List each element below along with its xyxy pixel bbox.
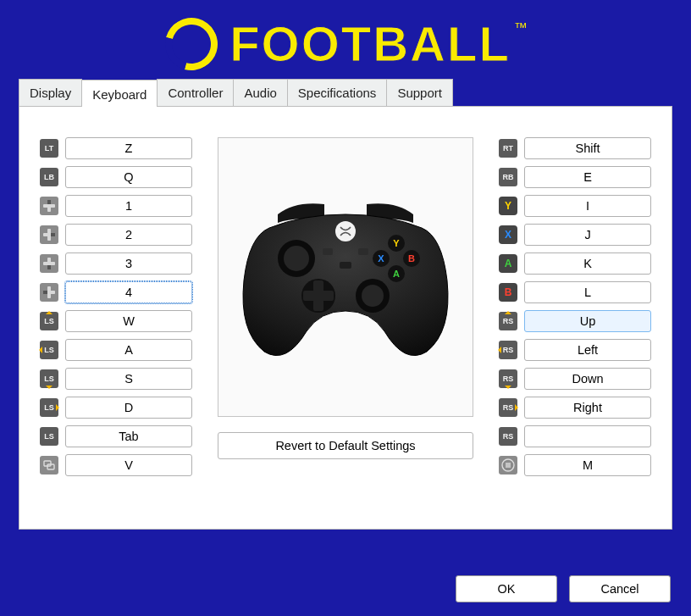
left-binding-row: 2: [40, 224, 192, 246]
key-binding-field[interactable]: Down: [524, 368, 651, 390]
right-binding-row: RSRight: [499, 397, 651, 419]
key-binding-field[interactable]: 3: [65, 253, 192, 275]
ls-up-icon: LS: [40, 312, 58, 330]
key-binding-field[interactable]: A: [65, 339, 192, 361]
dpad-left-icon: [40, 283, 58, 302]
key-binding-field[interactable]: L: [524, 281, 651, 303]
key-binding-field[interactable]: Shift: [524, 137, 651, 159]
key-binding-field[interactable]: 4: [65, 281, 192, 303]
rs-right-icon: RS: [499, 398, 517, 417]
left-binding-row: 3: [40, 253, 192, 275]
dpad-down-icon: [40, 254, 58, 273]
left-binding-row: 4: [40, 281, 192, 303]
right-bindings-column: RTShiftRBEYIXJAKBLRSUpRSLeftRSDownRSRigh…: [499, 137, 651, 513]
center-column: Y X B A Revert to Default Settings: [192, 137, 499, 513]
key-binding-field[interactable]: J: [524, 224, 651, 246]
key-binding-field[interactable]: M: [524, 454, 651, 476]
right-binding-row: AK: [499, 253, 651, 275]
svg-rect-16: [358, 248, 368, 255]
left-binding-row: V: [40, 454, 192, 476]
x-icon: X: [499, 225, 517, 244]
left-binding-row: LTZ: [40, 137, 192, 159]
tab-keyboard[interactable]: Keyboard: [81, 80, 158, 107]
dpad-right-icon: [40, 225, 58, 244]
left-bindings-column: LTZLBQ1234LSWLSALSSLSDLSTabV: [40, 137, 192, 513]
dialog-buttons: OK Cancel: [456, 575, 671, 602]
tab-specifications[interactable]: Specifications: [287, 79, 388, 106]
rb-icon: RB: [499, 168, 517, 186]
left-binding-row: LSW: [40, 310, 192, 332]
right-binding-row: RTShift: [499, 137, 651, 159]
key-binding-field[interactable]: [524, 425, 651, 447]
key-binding-field[interactable]: Right: [524, 397, 651, 419]
menu-icon: [499, 456, 517, 474]
ok-button[interactable]: OK: [456, 575, 557, 602]
key-binding-field[interactable]: Z: [65, 137, 192, 159]
ls-down-icon: LS: [40, 369, 58, 388]
svg-rect-8: [47, 265, 51, 269]
key-binding-field[interactable]: Q: [65, 166, 192, 188]
right-binding-row: RBE: [499, 166, 651, 188]
rs-down-icon: RS: [499, 369, 517, 388]
ls-left-icon: LS: [40, 341, 58, 359]
ls-right-icon: LS: [40, 398, 58, 417]
svg-rect-11: [43, 291, 47, 294]
lt-icon: LT: [40, 139, 58, 158]
view-icon: [40, 456, 58, 474]
svg-rect-7: [43, 262, 55, 265]
cancel-button[interactable]: Cancel: [569, 575, 671, 602]
right-binding-row: RSUp: [499, 310, 651, 332]
dpad-up-icon: [40, 197, 58, 215]
key-binding-field[interactable]: K: [524, 253, 651, 275]
key-binding-field[interactable]: 1: [65, 195, 192, 217]
svg-rect-1: [43, 204, 55, 208]
key-binding-field[interactable]: E: [524, 166, 651, 188]
controller-preview: Y X B A: [218, 137, 473, 417]
key-binding-field[interactable]: 2: [65, 224, 192, 246]
revert-defaults-button[interactable]: Revert to Default Settings: [218, 432, 473, 459]
key-binding-field[interactable]: Tab: [65, 425, 192, 447]
left-binding-row: LSD: [40, 397, 192, 419]
logo-text: FOOTBALL™: [229, 15, 526, 72]
svg-rect-5: [51, 233, 55, 236]
svg-rect-17: [340, 262, 351, 269]
svg-rect-15: [323, 248, 333, 255]
svg-point-21: [362, 285, 384, 307]
svg-rect-24: [303, 291, 334, 301]
svg-text:A: A: [393, 269, 400, 279]
controller-icon: Y X B A: [235, 196, 456, 358]
tab-audio[interactable]: Audio: [233, 79, 287, 106]
svg-point-14: [335, 221, 356, 241]
svg-point-19: [284, 246, 309, 271]
key-binding-field[interactable]: D: [65, 397, 192, 419]
tab-controller[interactable]: Controller: [157, 79, 234, 106]
svg-text:Y: Y: [393, 238, 400, 248]
key-binding-field[interactable]: V: [65, 454, 192, 476]
key-binding-field[interactable]: I: [524, 195, 651, 217]
right-binding-row: RSDown: [499, 368, 651, 390]
key-binding-field[interactable]: S: [65, 368, 192, 390]
right-binding-row: XJ: [499, 224, 651, 246]
key-binding-field[interactable]: Up: [524, 310, 651, 332]
svg-text:B: B: [408, 253, 415, 264]
b-icon: B: [499, 283, 517, 302]
app-logo: FOOTBALL™: [0, 0, 691, 79]
a-icon: A: [499, 254, 517, 273]
rs-icon: RS: [499, 427, 517, 446]
tab-support[interactable]: Support: [386, 79, 453, 106]
ls-icon: LS: [40, 427, 58, 446]
tab-bar: DisplayKeyboardControllerAudioSpecificat…: [19, 79, 672, 106]
tab-display[interactable]: Display: [19, 79, 82, 106]
right-binding-row: YI: [499, 195, 651, 217]
logo-e-icon: [156, 8, 228, 80]
left-binding-row: LSS: [40, 368, 192, 390]
svg-text:X: X: [378, 253, 384, 264]
rs-left-icon: RS: [499, 341, 517, 359]
key-binding-field[interactable]: Left: [524, 339, 651, 361]
right-binding-row: RS: [499, 425, 651, 447]
key-binding-field[interactable]: W: [65, 310, 192, 332]
settings-panel: LTZLBQ1234LSWLSALSSLSDLSTabV: [19, 106, 672, 530]
lb-icon: LB: [40, 168, 58, 186]
left-binding-row: LSTab: [40, 425, 192, 447]
right-binding-row: RSLeft: [499, 339, 651, 361]
